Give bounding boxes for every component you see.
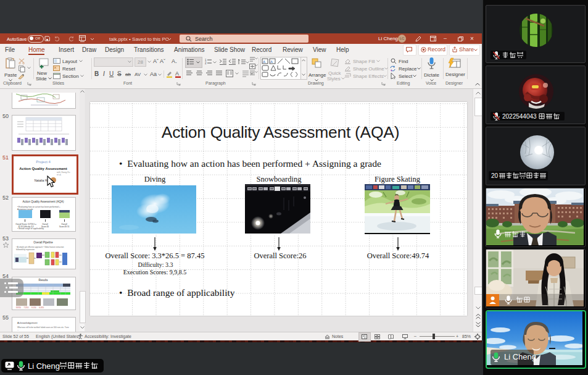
svg-text:A: A xyxy=(175,70,179,77)
svg-text:A: A xyxy=(270,60,273,64)
svg-text:A: A xyxy=(263,60,265,64)
svg-text:2: 2 xyxy=(205,62,207,65)
